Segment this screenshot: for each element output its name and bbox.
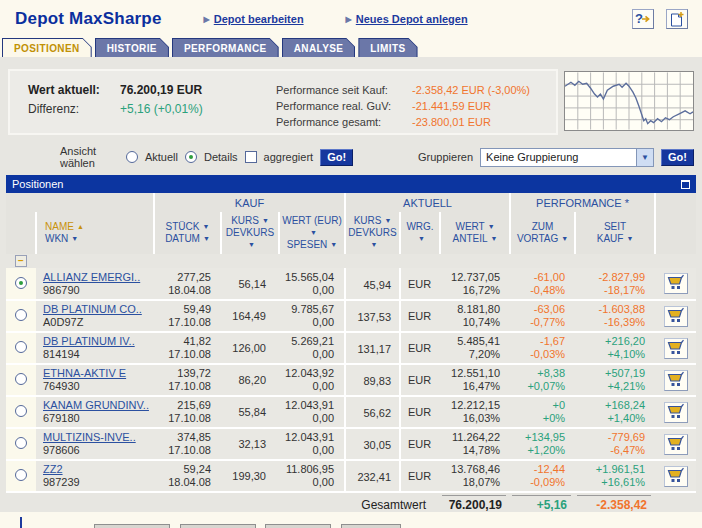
column-header-3[interactable]: KURS▼DEVKURS▼ [221, 212, 279, 254]
tab-historie[interactable]: HISTORIE [95, 38, 169, 57]
sort-down-icon[interactable]: ▼ [262, 217, 269, 224]
sort-down-icon[interactable]: ▼ [491, 235, 498, 242]
cell-line: 16,03% [440, 412, 500, 425]
column-header-9[interactable]: SEITKAUF▼ [575, 212, 655, 254]
footer-button-1[interactable] [94, 524, 170, 528]
sort-down-icon[interactable]: ▼ [330, 241, 337, 248]
sort-down-icon[interactable]: ▼ [418, 235, 425, 242]
group-header-aktuell: AKTUELL [345, 193, 510, 212]
cell-line: -16,39% [575, 316, 645, 329]
footer-button-3[interactable] [265, 524, 331, 528]
wert-anteil-cell: 12.212,1516,03% [440, 396, 510, 428]
column-header-4[interactable]: WERT (EUR)▼SPESEN▼ [279, 212, 345, 254]
wert-anteil-cell: 13.768,4618,07% [440, 460, 510, 492]
sort-up-icon[interactable]: ▲ [77, 223, 84, 230]
cell-line: 0,00 [279, 444, 334, 457]
column-header-7[interactable]: WERT▼ANTEIL▼ [440, 212, 510, 254]
position-name-link[interactable]: ETHNA-AKTIV E [43, 367, 154, 380]
cell-line: 277,25 [154, 271, 211, 284]
position-name-link[interactable]: ZZ2 [43, 463, 154, 476]
performance-sparkline [564, 71, 694, 131]
position-name-link[interactable]: MULTIZINS-INVE.. [43, 431, 154, 444]
sort-down-icon[interactable]: ▼ [248, 241, 255, 248]
cart-icon [666, 371, 686, 388]
zum-vortag-cell: -63,06-0,77% [510, 300, 575, 332]
cell-line: +0% [510, 412, 565, 425]
footer-button-4[interactable] [341, 524, 401, 528]
view-aktuell-radio[interactable] [126, 151, 138, 163]
footer-button-2[interactable] [180, 524, 256, 528]
view-details-radio[interactable] [185, 151, 197, 163]
position-name-link[interactable]: DB PLATINUM CO.. [43, 303, 154, 316]
order-cart-button[interactable] [664, 434, 688, 455]
cell-line: 45,94 [346, 279, 391, 291]
column-header-8[interactable]: ZUMVORTAG▼ [510, 212, 575, 254]
position-name-link[interactable]: DB PLATINUM IV.. [43, 335, 154, 348]
tab-analyse[interactable]: ANALYSE [282, 38, 356, 57]
sort-down-icon[interactable]: ▼ [310, 229, 317, 236]
sort-down-icon[interactable]: ▼ [203, 235, 210, 242]
aktuell-kurs-cell: 232,41 [345, 460, 400, 492]
order-cart-button[interactable] [664, 466, 688, 487]
wrg-cell: EUR [400, 300, 440, 332]
wrg-cell: EUR [400, 428, 440, 460]
column-header-6[interactable]: WRG.▼ [400, 212, 440, 254]
link-depot-bearbeiten[interactable]: ▶Depot bearbeiten [204, 13, 304, 25]
order-cart-button[interactable] [664, 402, 688, 423]
view-go-button[interactable]: Go! [320, 149, 353, 166]
chevron-down-icon[interactable]: ▼ [636, 149, 653, 166]
seit-kauf-cell: -2.827,99-18,17% [575, 268, 655, 300]
cart-icon [666, 339, 686, 356]
column-header-5[interactable]: KURS▼DEVKURS▼ [345, 212, 400, 254]
order-cart-button[interactable] [664, 370, 688, 391]
tab-positionen[interactable]: POSITIONEN [2, 38, 92, 57]
panel-window-icon[interactable] [681, 180, 690, 189]
tab-label: PERFORMANCE [173, 39, 278, 57]
positions-panel-titlebar: Positionen [6, 175, 696, 193]
aggregated-checkbox[interactable] [245, 151, 257, 163]
cell-line: 11.806,95 [279, 463, 334, 476]
cell-line: 17.10.08 [154, 348, 211, 361]
position-radio[interactable] [15, 469, 27, 481]
grouping-go-button[interactable]: Go! [661, 149, 694, 166]
position-radio[interactable] [15, 341, 27, 353]
help-button[interactable]: ? [632, 9, 654, 29]
cell-line: 16,47% [440, 380, 500, 393]
order-cart-button[interactable] [664, 273, 688, 294]
sort-down-icon[interactable]: ▼ [384, 217, 391, 224]
grouping-select[interactable]: Keine Gruppierung ▼ [480, 148, 654, 167]
position-row: KANAM GRUNDINV..679180215,6917.10.0855,8… [6, 396, 696, 428]
column-header-label: DEVKURS [348, 227, 396, 238]
cell-line: DATUM▼ [155, 233, 220, 245]
sort-down-icon[interactable]: ▼ [488, 223, 495, 230]
sort-down-icon[interactable]: ▼ [561, 235, 568, 242]
tab-limits[interactable]: LIMITS [358, 38, 417, 57]
new-depot-button[interactable] [666, 9, 688, 29]
position-name-link[interactable]: ALLIANZ EMERGI.. [43, 271, 154, 284]
sort-down-icon[interactable]: ▼ [71, 235, 78, 242]
position-radio[interactable] [15, 277, 27, 289]
position-radio[interactable] [15, 437, 27, 449]
stueck-datum-cell: 139,7217.10.08 [154, 364, 221, 396]
tab-performance[interactable]: PERFORMANCE [172, 38, 279, 57]
position-radio[interactable] [15, 405, 27, 417]
sort-down-icon[interactable]: ▼ [371, 241, 378, 248]
sort-down-icon[interactable]: ▼ [626, 235, 633, 242]
stueck-datum-cell: 59,4917.10.08 [154, 300, 221, 332]
group-header-spacer [655, 193, 696, 212]
position-name-link[interactable]: KANAM GRUNDINV.. [43, 399, 154, 412]
column-header-1[interactable]: NAME▲WKN▼ [36, 212, 154, 254]
order-cart-button[interactable] [664, 306, 688, 327]
sort-down-icon[interactable]: ▼ [202, 223, 209, 230]
link-neues-depot-anlegen[interactable]: ▶Neues Depot anlegen [346, 13, 468, 25]
page-title: Depot MaxSharpe [15, 9, 162, 29]
perf-seit-kauf-value: -2.358,42 EUR (-3,00%) [412, 82, 530, 98]
collapse-group-button[interactable]: − [15, 255, 27, 267]
position-radio[interactable] [15, 373, 27, 385]
position-radio[interactable] [15, 309, 27, 321]
zum-vortag-cell: +134,95+1,20% [510, 428, 575, 460]
column-header-2[interactable]: STÜCK▼DATUM▼ [154, 212, 221, 254]
cell-line: +134,95 [510, 431, 565, 444]
stueck-datum-cell: 41,8217.10.08 [154, 332, 221, 364]
order-cart-button[interactable] [664, 338, 688, 359]
